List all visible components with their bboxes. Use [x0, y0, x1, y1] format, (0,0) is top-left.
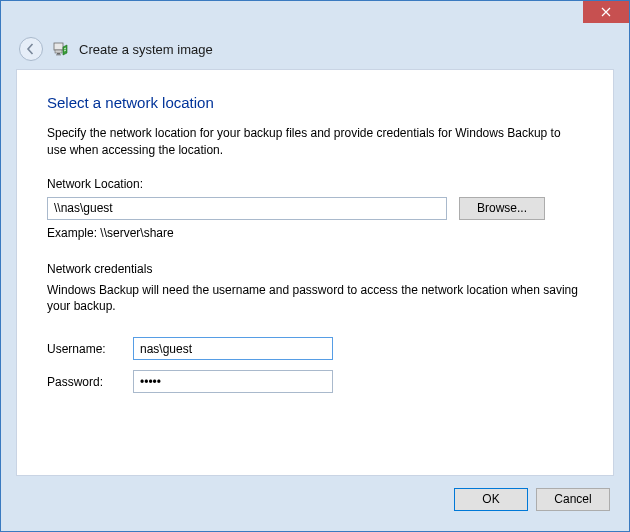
- header-row: Create a system image: [1, 29, 629, 69]
- network-location-row: Browse...: [47, 197, 583, 220]
- svg-rect-0: [54, 43, 63, 50]
- content-panel: Select a network location Specify the ne…: [16, 69, 614, 476]
- page-heading: Select a network location: [47, 94, 583, 111]
- ok-button[interactable]: OK: [454, 488, 528, 511]
- back-arrow-icon: [25, 43, 37, 55]
- titlebar: [1, 1, 629, 29]
- password-label: Password:: [47, 375, 133, 389]
- username-input[interactable]: [133, 337, 333, 360]
- svg-rect-2: [56, 55, 61, 56]
- system-image-icon: [53, 41, 69, 57]
- network-location-label: Network Location:: [47, 177, 583, 191]
- example-text: Example: \\server\share: [47, 226, 583, 240]
- svg-rect-3: [55, 50, 62, 53]
- browse-button[interactable]: Browse...: [459, 197, 545, 220]
- close-icon: [601, 7, 611, 17]
- password-row: Password:: [47, 370, 583, 393]
- wizard-title: Create a system image: [79, 42, 213, 57]
- button-bar: OK Cancel: [16, 481, 614, 517]
- username-row: Username:: [47, 337, 583, 360]
- password-input[interactable]: [133, 370, 333, 393]
- page-description: Specify the network location for your ba…: [47, 125, 583, 159]
- back-button[interactable]: [19, 37, 43, 61]
- close-button[interactable]: [583, 1, 629, 23]
- wizard-window: Create a system image Select a network l…: [0, 0, 630, 532]
- network-location-input[interactable]: [47, 197, 447, 220]
- credentials-description: Windows Backup will need the username an…: [47, 282, 583, 316]
- credentials-section-label: Network credentials: [47, 262, 583, 276]
- username-label: Username:: [47, 342, 133, 356]
- cancel-button[interactable]: Cancel: [536, 488, 610, 511]
